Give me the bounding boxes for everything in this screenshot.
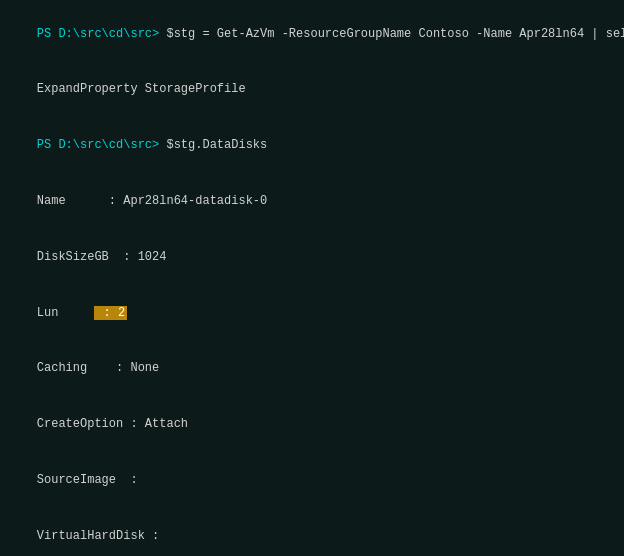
line-6: Caching : None xyxy=(8,341,616,397)
line-2: PS D:\src\cd\src> $stg.DataDisks xyxy=(8,118,616,174)
line-9: VirtualHardDisk : xyxy=(8,508,616,556)
line-1: PS D:\src\cd\src> $stg = Get-AzVm -Resou… xyxy=(8,6,616,62)
line-7: CreateOption : Attach xyxy=(8,396,616,452)
prompt-1: PS D:\src\cd\src> xyxy=(37,27,159,41)
terminal: PS D:\src\cd\src> $stg = Get-AzVm -Resou… xyxy=(0,0,624,556)
cmd-1b: ExpandProperty StorageProfile xyxy=(37,82,246,96)
line-3: Name : Apr28ln64-datadisk-0 xyxy=(8,173,616,229)
line-4: DiskSizeGB : 1024 xyxy=(8,229,616,285)
cmd-1: $stg = Get-AzVm -ResourceGroupName Conto… xyxy=(159,27,624,41)
line-1b: ExpandProperty StorageProfile xyxy=(8,62,616,118)
cmd-2: $stg.DataDisks xyxy=(159,138,267,152)
prompt-2: PS D:\src\cd\src> xyxy=(37,138,159,152)
line-8: SourceImage : xyxy=(8,452,616,508)
lun2-highlight: : 2 xyxy=(94,306,127,320)
line-5: Lun : 2 xyxy=(8,285,616,341)
